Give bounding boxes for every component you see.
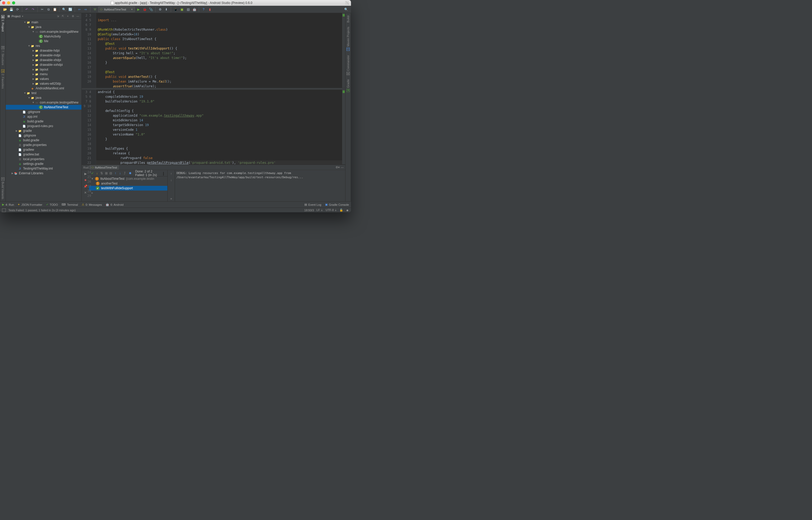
- close-window-button[interactable]: [2, 1, 5, 4]
- tree-node[interactable]: ▼📁res: [6, 44, 81, 48]
- tree-node[interactable]: ◆AndroidManifest.xml: [6, 86, 81, 91]
- tool-tab-favorites[interactable]: ★ 2: Favorites: [1, 67, 5, 91]
- find-button[interactable]: 🔍: [61, 6, 67, 12]
- tool-tab-structure[interactable]: ≣ 7: Structure: [1, 44, 5, 67]
- editor-top[interactable]: 2 3 4 5 6 7 8 9 10 11 12 13 14 15 16 17 …: [82, 13, 345, 88]
- tree-node[interactable]: CItsAboutTimeTest: [6, 105, 81, 109]
- tree-node[interactable]: 📄.gitignore: [6, 109, 81, 114]
- tree-node[interactable]: ▶📁drawable-xhdpi: [6, 58, 81, 62]
- sidebar-collapse-button[interactable]: ⇱: [61, 14, 65, 18]
- tree-node[interactable]: ▼📁test: [6, 91, 81, 96]
- tree-node[interactable]: ▶📁drawable-mdpi: [6, 53, 81, 58]
- tree-node[interactable]: ▶📁gradle: [6, 128, 81, 133]
- tree-node[interactable]: ◉settings.gradle: [6, 161, 81, 166]
- run-config-tab[interactable]: ⬭ ItsAboutTimeTest: [90, 165, 119, 170]
- toggle-passed-button[interactable]: ✔: [91, 171, 94, 176]
- test-settings-button[interactable]: ✺: [129, 171, 132, 176]
- dock-tab-terminal[interactable]: ⌨Terminal: [61, 203, 78, 206]
- scroll-down-button[interactable]: ↓: [169, 177, 174, 183]
- tool-tab-build-variants[interactable]: ⧉ Build Variants: [1, 175, 5, 201]
- toggle-ignored-button[interactable]: ↓: [95, 171, 99, 176]
- tree-node[interactable]: ▶📁menu: [6, 72, 81, 77]
- tree-node[interactable]: ▶📁layout: [6, 67, 81, 72]
- redo-button[interactable]: ↷: [30, 6, 36, 12]
- open-button[interactable]: 📂: [2, 6, 8, 12]
- tree-node[interactable]: JIapp.iml: [6, 114, 81, 119]
- tree-node[interactable]: ◉build.gradle: [6, 119, 81, 124]
- tree-node[interactable]: ▶📁values-w820dp: [6, 81, 81, 86]
- minimize-window-button[interactable]: [7, 1, 10, 4]
- attach-debugger-button[interactable]: 📎: [148, 6, 154, 12]
- expand-all-button[interactable]: ⊞: [105, 171, 108, 176]
- tool-tab-maven[interactable]: mMaven Projects: [346, 25, 350, 53]
- tool-tab-gradle[interactable]: ◉Gradle: [346, 77, 350, 94]
- debug-button[interactable]: 🐞: [142, 6, 147, 12]
- run-console[interactable]: DEBUG: Loading resources for com.example…: [175, 170, 345, 201]
- dock-tab-gradle-console[interactable]: ▣Gradle Console: [325, 203, 349, 206]
- tree-node[interactable]: 📄gradlew: [6, 147, 81, 152]
- tree-node[interactable]: JITestingAllTheWay.iml: [6, 166, 81, 171]
- sidebar-mode-icon[interactable]: ▦: [7, 15, 10, 18]
- tree-node[interactable]: ▶📁drawable-xxhdpi: [6, 62, 81, 67]
- run-settings-button[interactable]: ⚙▾: [336, 166, 340, 169]
- tree-node[interactable]: ▼📁java: [6, 96, 81, 100]
- run-hide-button[interactable]: —: [341, 166, 344, 169]
- chevron-down-icon[interactable]: ▾: [22, 15, 23, 18]
- tree-node[interactable]: ☰local.properties: [6, 157, 81, 161]
- forward-button[interactable]: ⇨: [83, 6, 88, 12]
- help-button[interactable]: ?: [201, 6, 206, 12]
- feedback-button[interactable]: ▮: [207, 6, 213, 12]
- tree-node[interactable]: 📄gradlew.bat: [6, 152, 81, 157]
- undo-button[interactable]: ↶: [24, 6, 30, 12]
- next-failed-button[interactable]: ↓: [118, 171, 122, 176]
- dock-tab-messages[interactable]: ⚠0: Messages: [82, 203, 102, 206]
- tree-node[interactable]: ☰gradle.properties: [6, 142, 81, 147]
- tree-node[interactable]: ▶📚External Libraries: [6, 171, 81, 176]
- back-button[interactable]: ⇦: [77, 6, 82, 12]
- sidebar-scroll-source-button[interactable]: ⌖: [66, 14, 70, 18]
- test-row[interactable]: ✔testWithFullIdeSupport: [89, 186, 167, 190]
- android-robot-icon[interactable]: 🤖: [192, 6, 197, 12]
- editor-bottom[interactable]: 3 4 5 6 7 8 9 10 11 12 13 14 15 16 17 18…: [82, 88, 345, 164]
- sdk-button[interactable]: ⬇: [164, 6, 169, 12]
- monitor-button[interactable]: ▤: [185, 6, 191, 12]
- android-icon[interactable]: ▣: [179, 6, 185, 12]
- copy-button[interactable]: ⧉: [46, 6, 51, 12]
- line-separator[interactable]: LF ⇣: [316, 208, 323, 212]
- tool-tab-buildr[interactable]: Buildr: [346, 13, 350, 25]
- sort-button[interactable]: ⇅: [100, 171, 104, 176]
- tree-node[interactable]: ▼📁main: [6, 20, 81, 25]
- tool-tab-commander[interactable]: ⌘Commander: [346, 53, 350, 77]
- editor-code[interactable]: android { compileSdkVersion 19 buildTool…: [96, 89, 342, 164]
- tool-tab-project[interactable]: ▦ 1: Project: [1, 13, 5, 33]
- hector-icon[interactable]: ☻: [346, 209, 349, 212]
- dock-tab-run[interactable]: ▶4: Run: [2, 203, 14, 206]
- tree-node[interactable]: 📄proguard-rules.pro: [6, 124, 81, 128]
- tree-node[interactable]: ▼▭com.example.testingallthew: [6, 29, 81, 34]
- dock-tab-eventlog[interactable]: ▤Event Log: [304, 203, 321, 206]
- test-tree[interactable]: ▼!ItsAboutTimeTest (com.example.testin!a…: [89, 176, 167, 201]
- project-tree[interactable]: ▼📁main▼📁java▼▭com.example.testingallthew…: [6, 19, 81, 201]
- tree-node[interactable]: CMainActivity: [6, 34, 81, 39]
- cut-button[interactable]: ✂: [39, 6, 45, 12]
- prev-failed-button[interactable]: ↑: [114, 171, 117, 176]
- sidebar-hide-button[interactable]: —: [76, 14, 80, 18]
- run-config-selector[interactable]: ⬭ ItsAboutTimeTest ▼: [98, 6, 135, 12]
- dock-tab-android[interactable]: 🤖6: Android: [106, 203, 123, 206]
- tree-node[interactable]: ▶📁values: [6, 77, 81, 81]
- avd-button[interactable]: ⚙: [157, 6, 163, 12]
- tree-node[interactable]: 📄.gitignore: [6, 133, 81, 138]
- sync-button[interactable]: ⟳: [15, 6, 21, 12]
- test-row[interactable]: ▼!ItsAboutTimeTest (com.example.testin: [89, 176, 167, 181]
- sidebar-expand-button[interactable]: ⇲: [56, 14, 60, 18]
- ddms-button[interactable]: 📱: [173, 6, 178, 12]
- sidebar-settings-button[interactable]: ⚙: [71, 14, 75, 18]
- paste-button[interactable]: 📋: [52, 6, 58, 12]
- tree-node[interactable]: ▼▭com.example.testingallthew: [6, 100, 81, 105]
- scroll-up-button[interactable]: ↑: [169, 171, 174, 176]
- replace-button[interactable]: 🔄: [67, 6, 73, 12]
- file-encoding[interactable]: UTF-8 ⇣: [326, 208, 337, 212]
- read-only-lock-icon[interactable]: 🔓: [339, 208, 343, 212]
- tree-node[interactable]: ◉build.gradle: [6, 138, 81, 142]
- status-windows-button[interactable]: [2, 208, 6, 212]
